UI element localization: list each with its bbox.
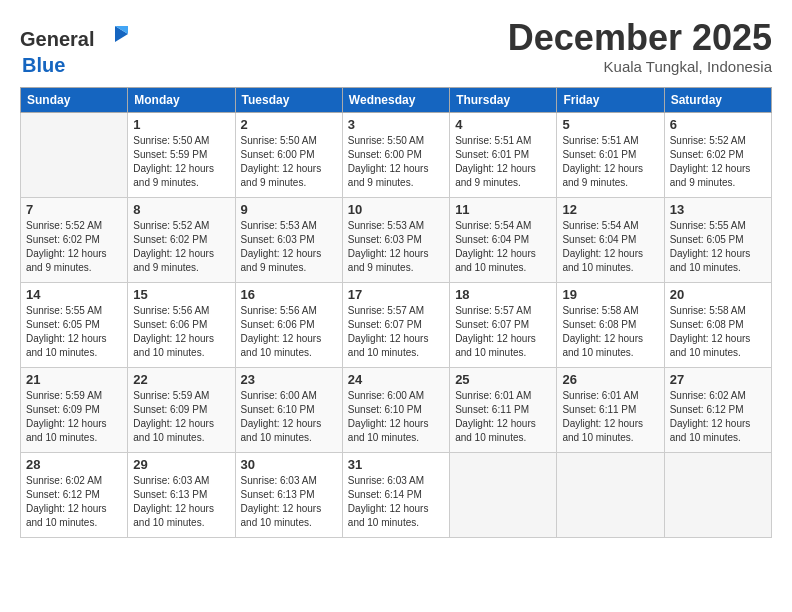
day-number: 31: [348, 457, 444, 472]
day-info: Sunrise: 5:57 AMSunset: 6:07 PMDaylight:…: [348, 304, 444, 360]
calendar-cell-1-5: 12Sunrise: 5:54 AMSunset: 6:04 PMDayligh…: [557, 198, 664, 283]
calendar-cell-1-1: 8Sunrise: 5:52 AMSunset: 6:02 PMDaylight…: [128, 198, 235, 283]
day-info: Sunrise: 6:02 AMSunset: 6:12 PMDaylight:…: [26, 474, 122, 530]
day-info: Sunrise: 5:59 AMSunset: 6:09 PMDaylight:…: [133, 389, 229, 445]
day-info: Sunrise: 6:03 AMSunset: 6:14 PMDaylight:…: [348, 474, 444, 530]
location: Kuala Tungkal, Indonesia: [508, 58, 772, 75]
calendar-week-2: 14Sunrise: 5:55 AMSunset: 6:05 PMDayligh…: [21, 283, 772, 368]
day-number: 21: [26, 372, 122, 387]
svg-text:General: General: [20, 28, 94, 50]
calendar-cell-0-4: 4Sunrise: 5:51 AMSunset: 6:01 PMDaylight…: [450, 113, 557, 198]
calendar-cell-4-2: 30Sunrise: 6:03 AMSunset: 6:13 PMDayligh…: [235, 453, 342, 538]
day-number: 24: [348, 372, 444, 387]
calendar-cell-0-1: 1Sunrise: 5:50 AMSunset: 5:59 PMDaylight…: [128, 113, 235, 198]
day-number: 12: [562, 202, 658, 217]
calendar-table: Sunday Monday Tuesday Wednesday Thursday…: [20, 87, 772, 538]
calendar-cell-0-6: 6Sunrise: 5:52 AMSunset: 6:02 PMDaylight…: [664, 113, 771, 198]
day-info: Sunrise: 5:50 AMSunset: 6:00 PMDaylight:…: [241, 134, 337, 190]
day-number: 1: [133, 117, 229, 132]
th-sunday: Sunday: [21, 88, 128, 113]
day-info: Sunrise: 5:55 AMSunset: 6:05 PMDaylight:…: [670, 219, 766, 275]
calendar-cell-4-5: [557, 453, 664, 538]
calendar-cell-3-1: 22Sunrise: 5:59 AMSunset: 6:09 PMDayligh…: [128, 368, 235, 453]
page-container: General Blue December 2025 Kuala Tungkal…: [0, 0, 792, 548]
day-number: 16: [241, 287, 337, 302]
th-thursday: Thursday: [450, 88, 557, 113]
logo-blue-text: Blue: [22, 54, 65, 76]
day-info: Sunrise: 5:56 AMSunset: 6:06 PMDaylight:…: [133, 304, 229, 360]
day-info: Sunrise: 6:01 AMSunset: 6:11 PMDaylight:…: [562, 389, 658, 445]
day-number: 18: [455, 287, 551, 302]
day-number: 4: [455, 117, 551, 132]
calendar-week-0: 1Sunrise: 5:50 AMSunset: 5:59 PMDaylight…: [21, 113, 772, 198]
day-info: Sunrise: 5:56 AMSunset: 6:06 PMDaylight:…: [241, 304, 337, 360]
day-number: 8: [133, 202, 229, 217]
calendar-cell-1-6: 13Sunrise: 5:55 AMSunset: 6:05 PMDayligh…: [664, 198, 771, 283]
day-number: 6: [670, 117, 766, 132]
day-info: Sunrise: 5:52 AMSunset: 6:02 PMDaylight:…: [133, 219, 229, 275]
calendar-cell-1-4: 11Sunrise: 5:54 AMSunset: 6:04 PMDayligh…: [450, 198, 557, 283]
th-monday: Monday: [128, 88, 235, 113]
day-number: 17: [348, 287, 444, 302]
calendar-cell-4-0: 28Sunrise: 6:02 AMSunset: 6:12 PMDayligh…: [21, 453, 128, 538]
calendar-cell-3-3: 24Sunrise: 6:00 AMSunset: 6:10 PMDayligh…: [342, 368, 449, 453]
logo: General Blue: [20, 18, 130, 77]
day-number: 25: [455, 372, 551, 387]
day-info: Sunrise: 5:52 AMSunset: 6:02 PMDaylight:…: [670, 134, 766, 190]
day-info: Sunrise: 6:00 AMSunset: 6:10 PMDaylight:…: [348, 389, 444, 445]
day-number: 2: [241, 117, 337, 132]
day-info: Sunrise: 6:01 AMSunset: 6:11 PMDaylight:…: [455, 389, 551, 445]
th-wednesday: Wednesday: [342, 88, 449, 113]
day-number: 14: [26, 287, 122, 302]
calendar-body: 1Sunrise: 5:50 AMSunset: 5:59 PMDaylight…: [21, 113, 772, 538]
day-number: 9: [241, 202, 337, 217]
title-block: December 2025 Kuala Tungkal, Indonesia: [508, 18, 772, 75]
day-number: 29: [133, 457, 229, 472]
header-row: Sunday Monday Tuesday Wednesday Thursday…: [21, 88, 772, 113]
calendar-week-4: 28Sunrise: 6:02 AMSunset: 6:12 PMDayligh…: [21, 453, 772, 538]
calendar-cell-3-4: 25Sunrise: 6:01 AMSunset: 6:11 PMDayligh…: [450, 368, 557, 453]
calendar-cell-1-3: 10Sunrise: 5:53 AMSunset: 6:03 PMDayligh…: [342, 198, 449, 283]
month-title: December 2025: [508, 18, 772, 58]
calendar-cell-0-3: 3Sunrise: 5:50 AMSunset: 6:00 PMDaylight…: [342, 113, 449, 198]
calendar-cell-0-2: 2Sunrise: 5:50 AMSunset: 6:00 PMDaylight…: [235, 113, 342, 198]
day-number: 11: [455, 202, 551, 217]
calendar-cell-2-3: 17Sunrise: 5:57 AMSunset: 6:07 PMDayligh…: [342, 283, 449, 368]
day-number: 10: [348, 202, 444, 217]
header: General Blue December 2025 Kuala Tungkal…: [20, 18, 772, 77]
day-number: 13: [670, 202, 766, 217]
day-info: Sunrise: 5:54 AMSunset: 6:04 PMDaylight:…: [455, 219, 551, 275]
day-info: Sunrise: 5:55 AMSunset: 6:05 PMDaylight:…: [26, 304, 122, 360]
day-number: 27: [670, 372, 766, 387]
day-info: Sunrise: 6:02 AMSunset: 6:12 PMDaylight:…: [670, 389, 766, 445]
calendar-cell-0-5: 5Sunrise: 5:51 AMSunset: 6:01 PMDaylight…: [557, 113, 664, 198]
day-info: Sunrise: 5:53 AMSunset: 6:03 PMDaylight:…: [241, 219, 337, 275]
day-info: Sunrise: 5:51 AMSunset: 6:01 PMDaylight:…: [455, 134, 551, 190]
calendar-cell-4-6: [664, 453, 771, 538]
calendar-cell-4-4: [450, 453, 557, 538]
calendar-cell-3-0: 21Sunrise: 5:59 AMSunset: 6:09 PMDayligh…: [21, 368, 128, 453]
day-info: Sunrise: 5:53 AMSunset: 6:03 PMDaylight:…: [348, 219, 444, 275]
day-number: 5: [562, 117, 658, 132]
calendar-cell-4-3: 31Sunrise: 6:03 AMSunset: 6:14 PMDayligh…: [342, 453, 449, 538]
calendar-cell-2-0: 14Sunrise: 5:55 AMSunset: 6:05 PMDayligh…: [21, 283, 128, 368]
day-number: 30: [241, 457, 337, 472]
day-number: 28: [26, 457, 122, 472]
day-number: 7: [26, 202, 122, 217]
calendar-cell-3-2: 23Sunrise: 6:00 AMSunset: 6:10 PMDayligh…: [235, 368, 342, 453]
day-number: 20: [670, 287, 766, 302]
day-info: Sunrise: 6:03 AMSunset: 6:13 PMDaylight:…: [241, 474, 337, 530]
calendar-cell-2-5: 19Sunrise: 5:58 AMSunset: 6:08 PMDayligh…: [557, 283, 664, 368]
day-info: Sunrise: 6:03 AMSunset: 6:13 PMDaylight:…: [133, 474, 229, 530]
day-number: 26: [562, 372, 658, 387]
day-info: Sunrise: 5:58 AMSunset: 6:08 PMDaylight:…: [670, 304, 766, 360]
day-number: 3: [348, 117, 444, 132]
calendar-cell-0-0: [21, 113, 128, 198]
calendar-cell-1-2: 9Sunrise: 5:53 AMSunset: 6:03 PMDaylight…: [235, 198, 342, 283]
day-number: 22: [133, 372, 229, 387]
th-friday: Friday: [557, 88, 664, 113]
day-info: Sunrise: 5:59 AMSunset: 6:09 PMDaylight:…: [26, 389, 122, 445]
day-info: Sunrise: 5:57 AMSunset: 6:07 PMDaylight:…: [455, 304, 551, 360]
day-number: 15: [133, 287, 229, 302]
calendar-cell-1-0: 7Sunrise: 5:52 AMSunset: 6:02 PMDaylight…: [21, 198, 128, 283]
